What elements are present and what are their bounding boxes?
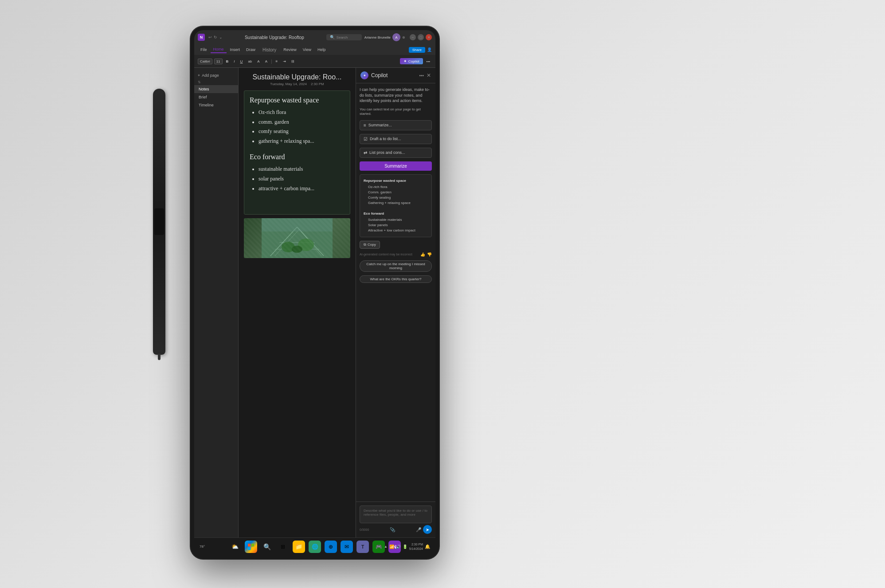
list-item: gathering + relaxing spa... <box>258 137 345 146</box>
pros-cons-icon: ⇄ <box>364 150 367 155</box>
tab-draw[interactable]: Draw <box>243 47 258 53</box>
more-options-icon[interactable]: ••• <box>419 73 424 78</box>
network-icon: 📶 <box>389 545 394 549</box>
summarize-button[interactable]: Summarize <box>360 161 432 171</box>
pros-cons-label: List pros and cons... <box>369 150 405 155</box>
attachment-icon[interactable]: 📎 <box>390 527 395 532</box>
battery-icon: 🔋 <box>403 545 407 549</box>
summary-bullet-7: Attractive + low carbon impact <box>364 228 428 233</box>
more-options-button[interactable]: ••• <box>425 59 432 64</box>
tablet: N ↩ ↻ ⌄ Sustainable Upgrade: Rooftop 🔍 S… <box>191 27 439 559</box>
suggestion-draft-todo[interactable]: ☑ Draft a to do list... <box>360 134 432 144</box>
copilot-title-area: ✦ Copilot <box>360 71 388 79</box>
taskbar-icon-teams[interactable]: T <box>356 541 369 553</box>
bold-button[interactable]: B <box>224 59 231 64</box>
volume-icon[interactable]: 🔊 <box>396 545 401 549</box>
sidebar-item-label-brief: Brief <box>199 95 207 99</box>
copilot-intro-text: I can help you generate ideas, make to-d… <box>360 87 432 104</box>
time-text: 2:30 PM <box>311 82 324 86</box>
suggestion-summarize[interactable]: ≡ Summarize... <box>360 120 432 130</box>
background <box>0 0 885 588</box>
highlight-button[interactable]: A <box>263 59 269 64</box>
titlebar: N ↩ ↻ ⌄ Sustainable Upgrade: Rooftop 🔍 S… <box>194 30 435 44</box>
taskbar-icon-edge[interactable]: ⊕ <box>325 541 337 553</box>
summary-bullet-2: Comm. garden <box>364 190 428 195</box>
sidebar-item-label-timeline: Timeline <box>199 103 214 107</box>
taskbar-search-button[interactable]: 🔍 <box>261 541 273 553</box>
ribbon: File Home Insert Draw History Review Vie… <box>194 44 435 68</box>
copilot-header: ✦ Copilot ••• ✕ <box>356 68 435 83</box>
suggestion-pros-cons[interactable]: ⇄ List pros and cons... <box>360 148 432 158</box>
taskbar-icon-browser[interactable]: 🌐 <box>309 541 321 553</box>
note-page[interactable]: Repurpose wasted space Oz-rich flora com… <box>244 90 350 215</box>
system-tray[interactable]: ▲ <box>384 545 388 549</box>
stylus <box>153 89 165 355</box>
indent-button[interactable]: ⇥ <box>281 59 288 64</box>
sidebar-sort-icon[interactable]: ⇅ <box>198 80 201 84</box>
add-page-button[interactable]: + Add page <box>194 71 238 79</box>
handwriting-title-2: Eco forward <box>250 153 345 161</box>
input-placeholder-text: Describe what you'd like to do or use / … <box>364 509 427 517</box>
maximize-button[interactable]: □ <box>418 34 424 40</box>
sidebar-item-timeline[interactable]: Timeline <box>194 101 238 109</box>
bullet-list-1: Oz-rich flora comm. garden comfy seating… <box>250 108 345 146</box>
share-button[interactable]: Share <box>409 47 425 53</box>
tab-review[interactable]: Review <box>281 47 299 53</box>
underline-button[interactable]: U <box>239 59 245 64</box>
tab-history[interactable]: History <box>259 47 280 52</box>
ribbon-tabs: File Home Insert Draw History Review Vie… <box>194 44 435 55</box>
feedback-icons: 👍 👎 <box>420 252 432 257</box>
handwriting-title-1: Repurpose wasted space <box>250 96 345 104</box>
note-canvas[interactable]: Sustainable Upgrade: Roo... Tuesday, May… <box>239 68 356 537</box>
sidebar-item-notes[interactable]: Notes <box>194 85 238 93</box>
copilot-close-button[interactable]: ✕ <box>427 72 431 78</box>
italic-button[interactable]: I <box>232 59 236 64</box>
copy-button[interactable]: ⧉ Copy <box>360 241 380 249</box>
sidebar-item-brief[interactable]: Brief <box>194 93 238 101</box>
svg-rect-11 <box>248 544 251 546</box>
thumbs-up-icon[interactable]: 👍 <box>420 252 425 257</box>
datetime-display[interactable]: 2:30 PM 5/14/2024 <box>409 542 423 550</box>
thumbs-down-icon[interactable]: 👎 <box>427 252 432 257</box>
tab-view[interactable]: View <box>300 47 314 53</box>
tab-home[interactable]: Home <box>211 46 227 53</box>
copilot-panel: ✦ Copilot ••• ✕ I can help you generate … <box>356 68 435 537</box>
microphone-icon[interactable]: 🎤 <box>416 527 421 532</box>
sidebar: + Add page ⇅ Notes Brief Timeline <box>194 68 239 537</box>
date-display: 5/14/2024 <box>409 547 423 551</box>
copy-icon: ⧉ <box>364 243 366 247</box>
summary-bullet-4: Gathering + relaxing space <box>364 200 428 206</box>
list-button[interactable]: ≡ <box>274 59 280 64</box>
send-button[interactable]: ➤ <box>423 525 432 534</box>
notifications-icon[interactable]: 🔔 <box>425 544 430 549</box>
search-icon: 🔍 <box>330 35 335 39</box>
taskbar-icon-xbox[interactable]: 🎮 <box>372 541 385 553</box>
font-size-selector[interactable]: 11 <box>214 59 223 64</box>
taskbar-icon-outlook[interactable]: ✉ <box>341 541 353 553</box>
text-color-button[interactable]: A <box>255 59 261 64</box>
tab-help[interactable]: Help <box>315 47 329 53</box>
close-button[interactable]: ✕ <box>426 34 432 40</box>
font-family-selector[interactable]: Calibri <box>198 59 212 64</box>
copilot-input-field[interactable]: Describe what you'd like to do or use / … <box>360 506 432 523</box>
copilot-button[interactable]: ✦ Copilot <box>400 58 423 64</box>
taskbar-taskview-button[interactable]: ⊞ <box>277 541 289 553</box>
taskbar-icon-explorer[interactable]: 📁 <box>293 541 305 553</box>
window-title: Sustainable Upgrade: Rooftop <box>225 35 324 40</box>
search-box[interactable]: 🔍 Search <box>326 34 362 40</box>
window-controls: − □ ✕ <box>410 34 432 40</box>
user-info: Arianne Brunelle A ⊕ <box>364 33 405 41</box>
taskbar-icon-weather[interactable]: ⛅ <box>229 541 241 553</box>
prompt-chip-okrs[interactable]: What are the OKRs this quarter? <box>360 275 432 283</box>
summary-section1-title: Repurpose wasted space <box>364 178 428 184</box>
format-button[interactable]: ⊟ <box>290 59 296 64</box>
list-item: solar panels <box>258 174 345 184</box>
tab-insert[interactable]: Insert <box>227 47 243 53</box>
taskbar-icon-windows[interactable] <box>245 541 257 553</box>
note-image <box>244 218 350 258</box>
strikethrough-button[interactable]: ab <box>246 59 254 64</box>
tab-file[interactable]: File <box>198 47 210 53</box>
avatar: A <box>392 33 400 41</box>
minimize-button[interactable]: − <box>410 34 416 40</box>
prompt-chip-catchup[interactable]: Catch me up on the meeting I missed morn… <box>360 260 432 272</box>
